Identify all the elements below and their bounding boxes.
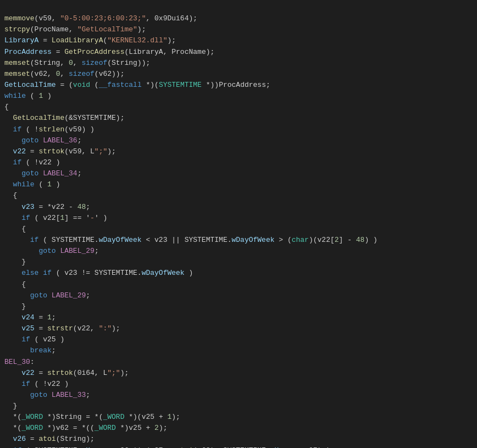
code-line: memset(String, 0, sizeof(String)); <box>0 58 477 69</box>
code-line: { <box>0 102 477 113</box>
code-line: if ( v22[1] == '-' ) <box>0 213 477 224</box>
code-line: v22 = strtok(v59, L";"); <box>0 146 477 157</box>
code-line: memset(v62, 0, sizeof(v62)); <box>0 69 477 80</box>
code-line: LibraryA = LoadLibraryA("KERNEL32.dll"); <box>0 35 477 46</box>
code-line: if ( v25 ) <box>0 334 477 345</box>
code-line: if ( !v22 ) <box>0 379 477 390</box>
code-line: if ( SYSTEMTIME.wHour < v26 || (v27 = at… <box>0 445 477 448</box>
code-line: else if ( v23 != SYSTEMTIME.wDayOfWeek ) <box>0 268 477 279</box>
code-line: *(_WORD *)v62 = *((_WORD *)v25 + 2); <box>0 423 477 434</box>
code-line: if ( SYSTEMTIME.wDayOfWeek < v23 || SYST… <box>0 235 477 246</box>
code-line: { <box>0 279 477 290</box>
code-line: BEL_30: <box>0 357 477 368</box>
code-editor: memmove(v59, "0-5:00:23;6:00:23;", 0x9Du… <box>0 0 477 448</box>
code-line: v25 = strstr(v22, ":"); <box>0 323 477 334</box>
code-line: goto LABEL_29; <box>0 246 477 257</box>
code-line: { <box>0 190 477 201</box>
code-line: v22 = strtok(0i64, L";"); <box>0 368 477 379</box>
code-line: goto LABEL_29; <box>0 290 477 301</box>
code-line: goto LABEL_33; <box>0 390 477 401</box>
code-line: } <box>0 401 477 412</box>
code-line: if ( !v22 ) <box>0 157 477 168</box>
code-line: v24 = 1; <box>0 312 477 323</box>
code-line: while ( 1 ) <box>0 91 477 102</box>
code-line: memmove(v59, "0-5:00:23;6:00:23;", 0x9Du… <box>0 13 477 24</box>
code-line: GetLocalTime(&SYSTEMTIME); <box>0 113 477 124</box>
code-line: v26 = atoi(String); <box>0 434 477 445</box>
code-line: } <box>0 257 477 268</box>
code-line: strcpy(ProcName, "GetLocalTime"); <box>0 24 477 35</box>
code-line: while ( 1 ) <box>0 179 477 190</box>
code-line: goto LABEL_34; <box>0 168 477 179</box>
code-line: GetLocalTime = (void (__fastcall *)(SYST… <box>0 80 477 91</box>
code-line: goto LABEL_36; <box>0 135 477 146</box>
code-line: ProcAddress = GetProcAddress(LibraryA, P… <box>0 47 477 58</box>
code-line: *(_WORD *)String = *(_WORD *)(v25 + 1); <box>0 412 477 423</box>
code-line: break; <box>0 345 477 356</box>
code-line: v23 = *v22 - 48; <box>0 202 477 213</box>
code-line: } <box>0 301 477 312</box>
code-line: if ( !strlen(v59) ) <box>0 124 477 135</box>
code-line: { <box>0 224 477 235</box>
